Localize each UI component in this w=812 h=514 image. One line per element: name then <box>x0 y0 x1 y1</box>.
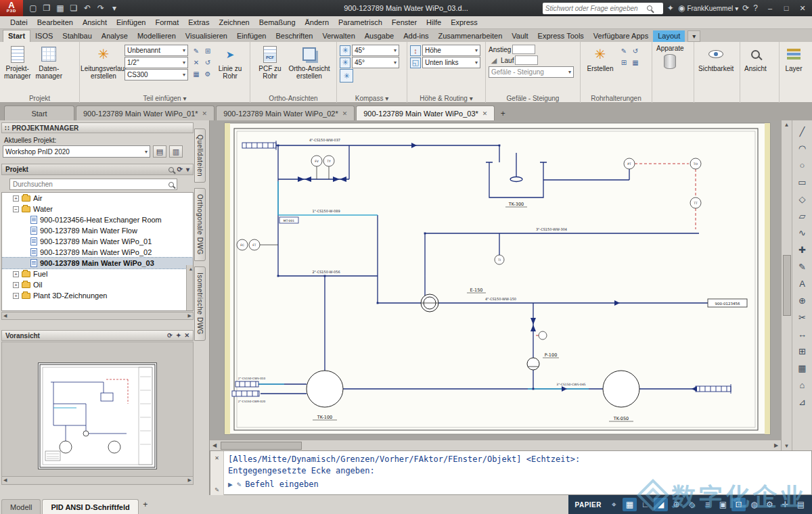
ribbon-tab-zusammenarbeiten[interactable]: Zusammenarbeiten <box>434 30 508 42</box>
scroll-left-icon[interactable]: ◀ <box>210 442 219 448</box>
projectmanager-titlebar[interactable]: ∷ PROJEKTMANAGER <box>1 122 194 133</box>
tab-close-icon[interactable]: ✕ <box>482 110 488 117</box>
settings-gear-icon[interactable]: ⚙ <box>763 498 777 511</box>
file-tab-wipo01[interactable]: 900-123789 Main Water WiPo_01*✕ <box>76 106 215 120</box>
nennweite-select[interactable]: 1/2"▾ <box>125 57 188 68</box>
collapse-icon[interactable]: − <box>13 206 19 212</box>
scroll-down-icon[interactable]: ▼ <box>784 443 790 449</box>
tree-item-fuel[interactable]: + Fuel <box>2 268 193 279</box>
spec-select[interactable]: CS300▾ <box>125 69 188 80</box>
file-tab-wipo02[interactable]: 900-123789 Main Water WiPo_02*✕ <box>216 106 355 120</box>
tree-vertical-scrollbar[interactable]: ▲ ▼ <box>186 265 194 311</box>
rectangle-tool-icon[interactable]: ▭ <box>794 174 811 191</box>
small-tool-icon[interactable]: ▦ <box>630 57 641 68</box>
scroll-left-icon[interactable]: ◀ <box>3 313 7 319</box>
open-file-icon[interactable]: ❐ <box>41 2 53 14</box>
ribbon-tab-layout[interactable]: Layout <box>653 30 685 42</box>
unten-links-select[interactable]: Unten links▾ <box>422 57 480 68</box>
menu-item-aendern[interactable]: Ändern <box>300 18 334 26</box>
menu-item-express[interactable]: Express <box>446 18 482 26</box>
line-tool-icon[interactable]: ╱ <box>794 123 811 140</box>
project-section-header[interactable]: Projekt ⟳ ▾ <box>1 164 194 175</box>
ribbon-tab-visualisieren[interactable]: Visualisieren <box>181 30 232 42</box>
expand-icon[interactable]: + <box>13 282 19 288</box>
elevation-icon[interactable]: ↕ <box>410 45 421 56</box>
home-view-icon[interactable]: ⌂ <box>794 377 811 394</box>
save-icon[interactable]: ▦ <box>54 2 66 14</box>
panel-label-rohrhalterungen[interactable]: Rohrhalterungen <box>581 95 652 102</box>
menu-item-extras[interactable]: Extras <box>183 18 214 26</box>
close-button[interactable]: ✕ <box>794 1 811 15</box>
layer-button[interactable]: Layer <box>782 44 805 73</box>
crosshair-icon[interactable]: ✛ <box>778 498 792 511</box>
small-tool-icon[interactable]: ⚙ <box>202 68 213 79</box>
edit-tool-icon[interactable]: ✎ <box>794 258 811 275</box>
maximize-button[interactable]: □ <box>778 1 794 15</box>
signin-user[interactable]: ◉ FrankKuemmel ▾ <box>678 3 738 13</box>
text-tool-icon[interactable]: A <box>794 275 811 292</box>
tree-item-plant3d-zeichnungen[interactable]: + Plant 3D-Zeichnungen <box>2 290 193 301</box>
customize-statusbar-icon[interactable]: ▤ <box>794 498 808 511</box>
kompass-angle1-select[interactable]: 45°▾ <box>352 45 399 56</box>
panel-label-gefaelle[interactable]: Gefäle - Steigung <box>486 95 580 102</box>
panel-label-hoehe-routing[interactable]: Höhe & Routing ▾ <box>407 95 485 102</box>
search-icon[interactable] <box>647 5 652 11</box>
small-tool-icon[interactable]: ✎ <box>191 45 202 56</box>
voransicht-header[interactable]: Voransicht ⟳ ✦ ✕ <box>1 330 194 341</box>
search-icon[interactable] <box>168 167 174 172</box>
project-search-input[interactable] <box>13 181 168 188</box>
expand-icon[interactable]: + <box>13 271 19 277</box>
gefaelle-steigung-button[interactable]: Gefäle - Steigung▾ <box>489 66 574 78</box>
tree-item-wipo02[interactable]: 900-123789 Main Water WiPo_02 <box>2 247 193 258</box>
parallelogram-tool-icon[interactable]: ▱ <box>794 208 811 225</box>
compass-toggle-icon[interactable]: ✳ <box>340 69 353 83</box>
menu-item-datei[interactable]: Datei <box>5 18 32 26</box>
move-tool-icon[interactable]: ✚ <box>794 241 811 258</box>
compass-icon[interactable]: ✳ <box>340 57 351 68</box>
menu-item-bearbeiten[interactable]: Bearbeiten <box>32 18 78 26</box>
small-tool-icon[interactable]: ✕ <box>191 57 202 68</box>
ribbon-tab-modellieren[interactable]: Modellieren <box>133 30 181 42</box>
compass-icon[interactable]: ✳ <box>340 45 351 56</box>
layout-tab-pid-ansi-d[interactable]: PID ANSI D-Schriftfeld <box>42 499 138 514</box>
kompass-angle2-select[interactable]: 45°▾ <box>352 57 399 68</box>
scroll-right-icon[interactable]: ▶ <box>188 477 191 483</box>
menu-item-hilfe[interactable]: Hilfe <box>422 18 446 26</box>
ribbon-tab-vault[interactable]: Vault <box>507 30 533 42</box>
menu-item-bemassung[interactable]: Bemaßung <box>254 18 300 26</box>
ribbon-tab-analyse[interactable]: Analyse <box>97 30 133 42</box>
ribbon-tab-verfuegbareapps[interactable]: Verfügbare Apps <box>589 30 653 42</box>
autocad-logo-button[interactable]: AP3D <box>0 0 23 16</box>
polar-tracking-icon[interactable]: ◢ <box>654 498 668 511</box>
position-tracking-icon[interactable]: ⌖ <box>607 498 621 511</box>
ribbon-tab-start[interactable]: Start <box>3 30 30 42</box>
scroll-left-icon[interactable]: ◀ <box>3 477 7 483</box>
ortho-ansicht-erstellen-button[interactable]: Ortho-Ansicht erstellen <box>287 44 332 80</box>
redo-icon[interactable]: ↷ <box>95 2 107 14</box>
tree-item-wipo01[interactable]: 900-123789 Main Water WiPo_01 <box>2 236 193 247</box>
lineweight-icon[interactable]: ≡ <box>700 498 715 511</box>
stretch-tool-icon[interactable]: ↔ <box>794 326 811 343</box>
file-tab-start[interactable]: Start <box>4 106 74 120</box>
leitungsverlauf-button[interactable]: ✳ Leitungsverlauf erstellen <box>83 44 125 81</box>
tree-item-wipo03-selected[interactable]: 900-123789 Main Water WiPo_03 <box>2 258 193 268</box>
corner-position-icon[interactable]: ◱ <box>410 57 421 68</box>
ribbon-tab-einfuegen[interactable]: Einfügen <box>232 30 271 42</box>
file-tab-wipo03[interactable]: 900-123789 Main Water WiPo_03*✕ <box>356 106 495 120</box>
ribbon-tab-addins[interactable]: Add-ins <box>399 30 433 42</box>
chevron-down-icon[interactable]: ▾ <box>186 166 189 173</box>
menu-item-ansicht[interactable]: Ansicht <box>78 18 112 26</box>
palette-options-icon[interactable]: ▥ <box>169 145 183 158</box>
refresh-icon[interactable]: ⟳ <box>167 332 173 339</box>
side-tab-orthogonale-dwg[interactable]: Orthogonale DWG <box>194 188 206 261</box>
new-file-icon[interactable]: ▢ <box>27 2 39 14</box>
print-project-icon[interactable]: ▤ <box>153 145 166 158</box>
help-icon[interactable]: ? <box>753 3 758 13</box>
grid-icon[interactable]: ▦ <box>623 498 637 511</box>
rohrhalterung-erstellen-button[interactable]: ✳ Erstellen <box>583 44 617 73</box>
small-tool-icon[interactable]: ⊞ <box>202 45 213 56</box>
keychain-icon[interactable]: ✦ <box>667 3 674 13</box>
ribbon-tab-stahlbau[interactable]: Stahlbau <box>58 30 96 42</box>
ribbon-tab-expresstools[interactable]: Express Tools <box>533 30 589 42</box>
minimize-button[interactable]: – <box>762 1 778 15</box>
